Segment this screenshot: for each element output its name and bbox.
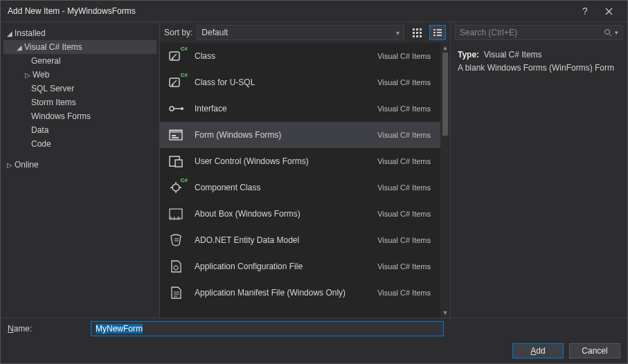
svg-rect-6 — [413, 35, 415, 37]
svg-rect-13 — [433, 35, 436, 36]
svg-point-16 — [172, 58, 174, 60]
template-name: Form (Windows Forms) — [195, 130, 368, 140]
details-panel: Type: Visual C# Items A blank Windows Fo… — [451, 43, 627, 80]
list-scrollbar[interactable]: ▲ ▼ — [440, 43, 450, 318]
tree-node-code[interactable]: Code — [3, 137, 156, 151]
tree-label: Installed — [15, 28, 46, 38]
template-item[interactable]: C#Class for U-SQLVisual C# Items — [160, 69, 440, 95]
usercontrol-icon — [167, 152, 185, 170]
svg-rect-4 — [416, 32, 418, 34]
svg-point-27 — [172, 184, 179, 191]
ado-icon — [167, 231, 185, 249]
template-category: Visual C# Items — [377, 104, 433, 113]
scroll-down-arrow[interactable]: ▼ — [440, 308, 450, 318]
svg-rect-9 — [433, 29, 436, 30]
template-category: Visual C# Items — [377, 183, 433, 192]
template-name: Interface — [195, 104, 368, 113]
template-item[interactable]: InterfaceVisual C# Items — [160, 95, 440, 122]
template-item[interactable]: 9.1.0About Box (Windows Forms)Visual C# … — [160, 201, 440, 227]
tree-label: Storm Items — [31, 98, 76, 107]
list-toolbar: Sort by: Default ▾ — [160, 22, 450, 43]
template-item[interactable]: C#Component ClassVisual C# Items — [160, 174, 440, 201]
add-button[interactable]: Add — [512, 343, 564, 358]
template-category: Visual C# Items — [377, 210, 433, 218]
svg-point-29 — [174, 266, 178, 270]
chevron-down-icon: ▾ — [396, 29, 400, 37]
svg-rect-8 — [420, 35, 422, 37]
template-category: Visual C# Items — [377, 52, 433, 60]
svg-rect-2 — [420, 28, 422, 30]
svg-point-20 — [181, 107, 183, 110]
svg-rect-3 — [413, 32, 415, 34]
dropdown-icon: ▾ — [615, 29, 618, 36]
tree-node-storm-items[interactable]: Storm Items — [3, 95, 156, 109]
view-small-icons-button[interactable] — [409, 25, 425, 40]
search-icon — [604, 28, 612, 37]
svg-rect-7 — [416, 35, 418, 37]
help-button[interactable]: ? — [573, 2, 597, 20]
tree-node-windows-forms[interactable]: Windows Forms — [3, 109, 156, 123]
template-list[interactable]: C#ClassVisual C# ItemsC#Class for U-SQLV… — [160, 43, 440, 318]
template-category: Visual C# Items — [377, 78, 433, 87]
tree-label: Web — [33, 70, 49, 80]
template-item[interactable]: Form (Windows Forms)Visual C# Items — [160, 122, 440, 148]
template-name: ADO.NET Entity Data Model — [195, 235, 368, 245]
scroll-thumb[interactable] — [442, 53, 448, 136]
scroll-up-arrow[interactable]: ▲ — [440, 43, 450, 53]
manifest-icon — [167, 284, 185, 302]
tree-label: Code — [31, 139, 51, 149]
svg-rect-10 — [437, 29, 442, 30]
search-placeholder: Search (Ctrl+E) — [460, 28, 517, 37]
category-tree[interactable]: ◢ Installed ◢ Visual C# Items General▷We… — [1, 22, 160, 318]
tree-node-csharp-items[interactable]: ◢ Visual C# Items — [3, 40, 156, 54]
template-item[interactable]: Application Manifest File (Windows Only)… — [160, 280, 440, 306]
sort-by-label: Sort by: — [164, 28, 192, 37]
svg-rect-26 — [175, 160, 182, 167]
template-name: User Control (Windows Forms) — [195, 156, 368, 166]
cancel-button[interactable]: Cancel — [569, 343, 620, 358]
template-category: Visual C# Items — [377, 236, 433, 244]
svg-rect-24 — [172, 137, 179, 138]
view-details-button[interactable] — [429, 25, 446, 40]
tree-node-installed[interactable]: ◢ Installed — [3, 26, 156, 40]
type-value: Visual C# Items — [484, 50, 542, 60]
chevron-down-icon: ◢ — [5, 30, 15, 37]
template-name: Class for U-SQL — [195, 78, 368, 87]
search-input[interactable]: Search (Ctrl+E) ▾ — [455, 25, 623, 40]
svg-point-18 — [172, 84, 174, 87]
sort-by-combo[interactable]: Default ▾ — [197, 25, 404, 40]
template-category: Visual C# Items — [377, 131, 433, 139]
type-label: Type: — [458, 50, 479, 60]
template-name: Application Configuration File — [195, 262, 368, 271]
close-button[interactable] — [597, 2, 620, 20]
tree-node-sql-server[interactable]: SQL Server — [3, 82, 156, 95]
svg-rect-22 — [170, 130, 182, 133]
svg-point-30 — [605, 30, 610, 35]
template-item[interactable]: ADO.NET Entity Data ModelVisual C# Items — [160, 227, 440, 253]
template-name: Class — [195, 51, 368, 61]
tree-node-online[interactable]: ▷ Online — [3, 158, 156, 172]
config-icon — [167, 257, 185, 275]
tree-node-data[interactable]: Data — [3, 123, 156, 137]
list-icon — [433, 28, 442, 37]
template-item[interactable]: User Control (Windows Forms)Visual C# It… — [160, 148, 440, 174]
class-icon: C# — [167, 73, 185, 91]
sort-value: Default — [201, 28, 228, 37]
svg-rect-5 — [420, 32, 422, 34]
template-name: Component Class — [195, 183, 368, 192]
svg-rect-14 — [437, 35, 442, 36]
template-item[interactable]: C#ClassVisual C# Items — [160, 43, 440, 69]
tree-node-general[interactable]: General — [3, 54, 156, 68]
form-icon — [167, 126, 185, 144]
svg-rect-12 — [437, 32, 442, 33]
tree-label: SQL Server — [31, 84, 74, 93]
name-input[interactable] — [91, 321, 444, 336]
tree-label: Windows Forms — [31, 111, 91, 121]
tree-label: General — [31, 56, 61, 66]
window-title: Add New Item - MyWindowsForms — [8, 6, 573, 16]
interface-icon — [167, 100, 185, 118]
close-icon — [605, 8, 613, 15]
template-item[interactable]: Application Configuration FileVisual C# … — [160, 253, 440, 280]
chevron-down-icon: ◢ — [15, 44, 24, 51]
tree-node-web[interactable]: ▷Web — [3, 68, 156, 82]
